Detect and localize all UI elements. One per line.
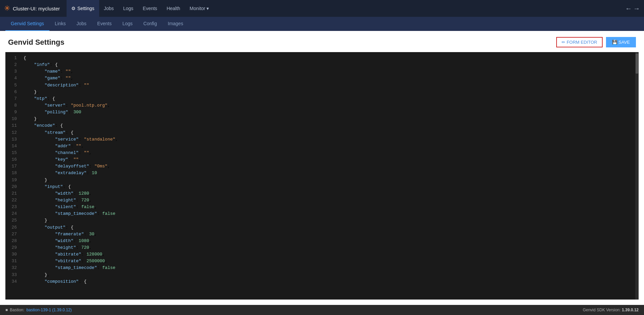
code-line: "height": 720, xyxy=(24,244,635,251)
code-line: }, xyxy=(24,116,635,122)
line-number: 31 xyxy=(5,258,21,265)
bastion-link[interactable]: bastion-139-1 (1.39.0.12) xyxy=(27,308,72,312)
code-line: "stamp_timecode": false xyxy=(24,265,635,271)
line-number: 8 xyxy=(5,102,21,109)
code-line: "stream": { xyxy=(24,129,635,136)
line-number: 19 xyxy=(5,177,21,184)
line-number: 33 xyxy=(5,272,21,278)
code-line: "service": "standalone", xyxy=(24,136,635,143)
subnav-genvid-settings[interactable]: Genvid Settings xyxy=(5,17,49,31)
nav-jobs[interactable]: Jobs xyxy=(99,0,119,17)
line-number: 25 xyxy=(5,217,21,224)
subnav-jobs[interactable]: Jobs xyxy=(71,17,92,31)
code-line: "channel": "", xyxy=(24,150,635,156)
code-line: }, xyxy=(24,217,635,224)
code-line: "ntp": { xyxy=(24,95,635,102)
header-actions: ✏ FORM EDITOR 💾 SAVE xyxy=(556,37,636,47)
page-header: Genvid Settings ✏ FORM EDITOR 💾 SAVE xyxy=(0,31,644,52)
line-number: 18 xyxy=(5,170,21,176)
brand-icon: ✳ xyxy=(4,4,10,13)
subnav-config[interactable]: Config xyxy=(138,17,162,31)
code-line: "server": "pool.ntp.org", xyxy=(24,102,635,109)
brand-text: Cluster-UI: mycluster xyxy=(13,6,60,11)
nav-events[interactable]: Events xyxy=(138,0,162,17)
line-number: 21 xyxy=(5,190,21,197)
code-content[interactable]: { "info": { "name": "", "game": "", "des… xyxy=(21,52,635,300)
code-line: "stamp_timecode": false xyxy=(24,210,635,217)
status-right: Genvid SDK Version: 1.39.0.12 xyxy=(583,308,639,312)
hard-drive-icon: ■ xyxy=(5,308,8,312)
code-line: "width": 1280, xyxy=(24,190,635,197)
line-number: 7 xyxy=(5,95,21,102)
code-line: "width": 1080, xyxy=(24,238,635,244)
sub-navigation: Genvid Settings Links Jobs Events Logs C… xyxy=(0,17,644,31)
line-number: 24 xyxy=(5,210,21,217)
code-line: "encode": { xyxy=(24,122,635,129)
line-number: 34 xyxy=(5,278,21,285)
line-numbers: 1234567891011121314151617181920212223242… xyxy=(5,52,21,300)
subnav-links[interactable]: Links xyxy=(49,17,71,31)
code-line: "silent": false, xyxy=(24,204,635,210)
nav-monitor[interactable]: Monitor ▾ xyxy=(185,0,214,17)
line-number: 11 xyxy=(5,122,21,129)
scrollbar-thumb xyxy=(636,53,638,74)
bastion-label: Bastion: xyxy=(10,308,24,312)
code-line: "framerate": 30, xyxy=(24,231,635,238)
line-number: 26 xyxy=(5,224,21,231)
line-number: 2 xyxy=(5,62,21,68)
line-number: 16 xyxy=(5,156,21,163)
page-title: Genvid Settings xyxy=(8,38,64,47)
code-line: "game": "", xyxy=(24,75,635,82)
line-number: 32 xyxy=(5,265,21,271)
code-line: "composition": { xyxy=(24,278,635,285)
code-line: "input": { xyxy=(24,184,635,190)
brand: ✳ Cluster-UI: mycluster xyxy=(4,4,60,13)
sdk-label: Genvid SDK Version: xyxy=(583,308,621,312)
line-number: 30 xyxy=(5,251,21,258)
line-number: 10 xyxy=(5,116,21,122)
nav-logs[interactable]: Logs xyxy=(118,0,138,17)
line-number: 23 xyxy=(5,204,21,210)
subnav-images[interactable]: Images xyxy=(162,17,189,31)
sdk-version: 1.39.0.12 xyxy=(622,308,639,312)
code-line: "height": 720, xyxy=(24,197,635,204)
gear-icon: ⚙ xyxy=(71,6,76,11)
code-line: "extradelay": 10 xyxy=(24,170,635,176)
line-number: 22 xyxy=(5,197,21,204)
line-number: 9 xyxy=(5,109,21,116)
form-editor-button[interactable]: ✏ FORM EDITOR xyxy=(556,37,602,47)
line-number: 6 xyxy=(5,89,21,95)
nav-settings[interactable]: ⚙ Settings xyxy=(67,0,99,17)
line-number: 15 xyxy=(5,150,21,156)
line-number: 28 xyxy=(5,238,21,244)
code-line: }, xyxy=(24,177,635,184)
subnav-events[interactable]: Events xyxy=(92,17,117,31)
nav-left-arrow[interactable]: ← xyxy=(625,5,632,12)
save-button[interactable]: 💾 SAVE xyxy=(606,37,636,47)
nav-health[interactable]: Health xyxy=(162,0,185,17)
line-number: 13 xyxy=(5,136,21,143)
status-left: ■ Bastion: bastion-139-1 (1.39.0.12) xyxy=(5,308,72,312)
code-line: "key": "", xyxy=(24,156,635,163)
line-number: 1 xyxy=(5,55,21,62)
code-line: "vbitrate": 2500000, xyxy=(24,258,635,265)
nav-right-arrow[interactable]: → xyxy=(633,5,640,12)
code-line: }, xyxy=(24,89,635,95)
code-line: "delayoffset": "0ms", xyxy=(24,163,635,170)
code-line: "description": "" xyxy=(24,82,635,89)
subnav-logs[interactable]: Logs xyxy=(117,17,138,31)
line-number: 29 xyxy=(5,244,21,251)
code-line: "addr": "", xyxy=(24,143,635,150)
code-line: { xyxy=(24,55,635,62)
editor-scrollbar[interactable] xyxy=(635,52,639,300)
line-number: 27 xyxy=(5,231,21,238)
code-editor[interactable]: 1234567891011121314151617181920212223242… xyxy=(5,52,639,300)
line-number: 5 xyxy=(5,82,21,89)
code-line: "info": { xyxy=(24,62,635,68)
status-bar: ■ Bastion: bastion-139-1 (1.39.0.12) Gen… xyxy=(0,305,644,315)
top-nav-right: ← → xyxy=(625,5,640,12)
code-line: "polling": 300 xyxy=(24,109,635,116)
line-number: 3 xyxy=(5,68,21,75)
code-line: "abitrate": 128000, xyxy=(24,251,635,258)
line-number: 17 xyxy=(5,163,21,170)
